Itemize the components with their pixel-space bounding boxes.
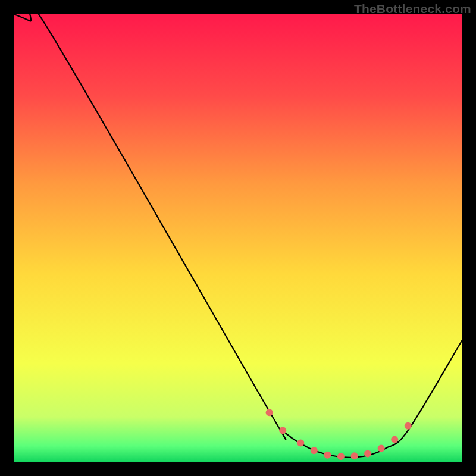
highlight-marker <box>279 427 286 434</box>
plot-area <box>14 14 462 462</box>
gradient-background <box>14 14 462 462</box>
watermark-text: TheBottleneck.com <box>354 2 471 16</box>
highlight-marker <box>391 436 398 443</box>
highlight-marker <box>378 444 385 452</box>
highlight-marker <box>311 447 318 454</box>
chart-svg <box>14 14 462 462</box>
highlight-marker <box>324 452 331 459</box>
highlight-marker <box>364 450 371 457</box>
chart-frame: TheBottleneck.com <box>0 0 476 476</box>
highlight-marker <box>351 452 358 459</box>
highlight-marker <box>297 439 304 446</box>
highlight-marker <box>337 453 345 460</box>
highlight-marker <box>266 409 273 416</box>
highlight-marker <box>405 422 412 430</box>
